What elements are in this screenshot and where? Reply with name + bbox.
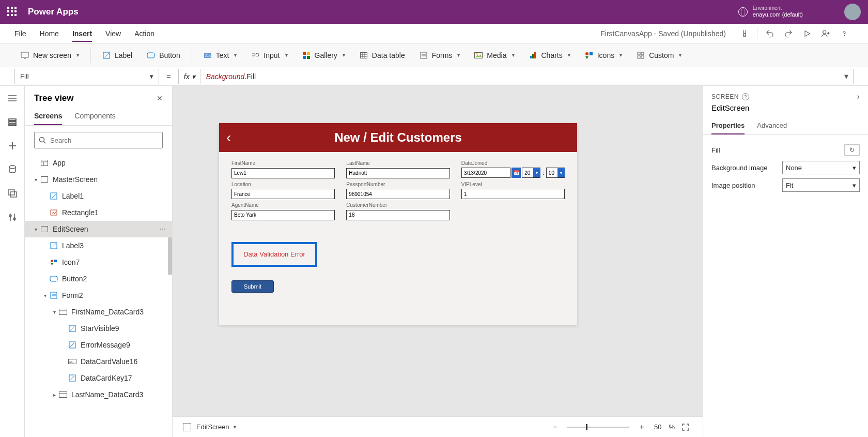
input-firstname[interactable] [231, 168, 335, 178]
tree-node-editscreen[interactable]: ▾EditScreen⋯ [25, 221, 172, 237]
tree-node-datacardvalue16[interactable]: ablDataCardValue16 [25, 353, 172, 370]
field-lastname: LastName [346, 160, 450, 178]
media-rail-icon[interactable] [7, 188, 18, 199]
tools-rail-icon[interactable] [7, 212, 18, 222]
tree-node-masterscreen[interactable]: ▾MasterScreen [25, 171, 172, 188]
tree-node-button2[interactable]: Button2 [25, 270, 172, 287]
tree-node-starvisible9[interactable]: StarVisible9 [25, 320, 172, 337]
tree-node-firstname_datacard3[interactable]: ▾FirstName_DataCard3 [25, 304, 172, 320]
zoom-in-button[interactable]: + [637, 423, 647, 432]
canvas-header: ‹ New / Edit Customers [219, 123, 577, 152]
menu-file[interactable]: File [14, 25, 26, 42]
prop-bgimg-select[interactable]: None▾ [782, 161, 860, 174]
button-button[interactable]: Button [141, 48, 186, 63]
environment-picker[interactable]: Environment enayu.com (default) [738, 5, 803, 18]
datatable-button[interactable]: Data table [353, 48, 411, 63]
zoom-out-button[interactable]: − [550, 423, 560, 432]
tree-node-label3[interactable]: Label3 [25, 237, 172, 254]
svg-marker-29 [475, 54, 482, 57]
svg-rect-38 [641, 52, 644, 55]
scrollbar-thumb[interactable] [168, 237, 172, 275]
more-icon[interactable]: ⋯ [160, 225, 167, 233]
new-screen-button[interactable]: New screen▾ [14, 48, 85, 63]
tab-components[interactable]: Components [74, 108, 115, 125]
svg-rect-20 [360, 52, 367, 58]
tree-node-errormessage9[interactable]: ErrorMessage9 [25, 337, 172, 353]
expand-panel-icon[interactable]: › [857, 92, 860, 101]
field-datejoined: DateJoined 📅 20▾ : 00▾ [461, 160, 565, 178]
forms-dropdown[interactable]: Forms▾ [413, 48, 467, 63]
tree-node-datacardkey17[interactable]: DataCardKey17 [25, 370, 172, 386]
input-lastname[interactable] [346, 168, 450, 178]
formula-expand-icon[interactable]: ▾ [840, 71, 853, 81]
selected-screen-name[interactable]: EditScreen [196, 423, 229, 431]
select-hour[interactable]: 20▾ [522, 168, 540, 178]
menu-action[interactable]: Action [134, 25, 154, 42]
waffle-icon[interactable] [7, 7, 18, 17]
icons-icon [585, 51, 593, 59]
app-checker-icon[interactable] [735, 24, 754, 43]
input-location[interactable] [231, 189, 335, 199]
zoom-slider[interactable] [567, 427, 629, 428]
fit-to-window-icon[interactable] [682, 424, 692, 431]
play-icon[interactable] [798, 24, 816, 43]
back-icon[interactable]: ‹ [226, 129, 231, 146]
tree-search[interactable] [34, 132, 163, 148]
tree-node-rectangle1[interactable]: Rectangle1 [25, 204, 172, 221]
select-minute[interactable]: 00▾ [546, 168, 565, 178]
menu-home[interactable]: Home [40, 25, 59, 42]
formula-input[interactable]: Background.Fill [201, 69, 840, 84]
hamburger-icon[interactable] [7, 93, 18, 103]
tab-screens[interactable]: Screens [34, 108, 62, 125]
formula-input-wrapper: fx▾ Background.Fill ▾ [178, 69, 854, 84]
input-date[interactable] [461, 168, 511, 178]
prop-fill-swatch[interactable]: ↻ [844, 144, 860, 156]
redo-icon[interactable] [779, 24, 798, 43]
label-button[interactable]: Label [96, 48, 138, 63]
data-rail-icon[interactable] [7, 164, 18, 175]
tree-node-label1[interactable]: Label1 [25, 188, 172, 204]
app-canvas[interactable]: ‹ New / Edit Customers FirstName LastNam… [219, 123, 577, 325]
label-icon [67, 341, 78, 349]
insert-rail-icon[interactable] [7, 141, 18, 151]
input-vip[interactable] [461, 189, 565, 199]
text-dropdown[interactable]: Abc Text▾ [197, 48, 243, 63]
share-icon[interactable] [816, 24, 835, 43]
input-agent[interactable] [231, 210, 335, 220]
layout-icon [39, 160, 50, 166]
svg-point-0 [743, 34, 746, 36]
svg-line-9 [104, 53, 109, 57]
undo-icon[interactable] [761, 24, 779, 43]
tree-node-icon7[interactable]: Icon7 [25, 254, 172, 270]
submit-button[interactable]: Submit [231, 280, 274, 293]
fx-icon[interactable]: fx▾ [179, 69, 201, 84]
help-icon[interactable] [835, 24, 854, 43]
close-icon[interactable]: ✕ [157, 94, 163, 102]
tree-node-lastname_datacard3[interactable]: ▸LastName_DataCard3 [25, 386, 172, 403]
custom-dropdown[interactable]: Custom▾ [630, 48, 688, 63]
selection-checkbox[interactable] [183, 423, 191, 431]
chevron-down-icon[interactable]: ▾ [234, 424, 236, 430]
tree-node-app[interactable]: App [25, 155, 172, 171]
tab-advanced[interactable]: Advanced [757, 117, 787, 134]
property-selector[interactable]: Fill▾ [14, 69, 159, 84]
screen-icon [39, 176, 50, 183]
input-passport[interactable] [346, 189, 450, 199]
icons-dropdown[interactable]: Icons▾ [579, 48, 628, 63]
menu-insert[interactable]: Insert [72, 25, 92, 42]
tree-search-input[interactable] [50, 137, 158, 144]
gallery-dropdown[interactable]: Gallery▾ [296, 48, 351, 63]
menu-view[interactable]: View [105, 25, 121, 42]
tree-node-form2[interactable]: ▾Form2 [25, 287, 172, 304]
input-custnum[interactable] [346, 210, 450, 220]
user-avatar[interactable] [844, 4, 861, 20]
help-circle-icon[interactable]: ? [742, 93, 749, 100]
prop-imgpos-select[interactable]: Fit▾ [782, 178, 860, 192]
tab-properties[interactable]: Properties [711, 117, 745, 134]
svg-rect-33 [534, 52, 536, 58]
tree-view-icon[interactable] [7, 117, 18, 127]
charts-dropdown[interactable]: Charts▾ [523, 48, 577, 63]
input-dropdown[interactable]: Input▾ [245, 48, 293, 63]
calendar-icon[interactable]: 📅 [512, 168, 521, 178]
media-dropdown[interactable]: Media▾ [468, 48, 520, 63]
